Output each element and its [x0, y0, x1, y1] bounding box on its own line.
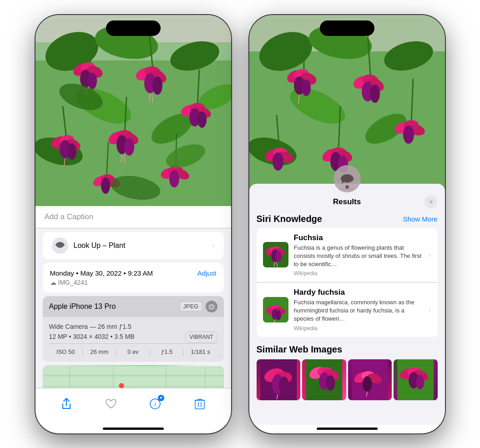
- svg-point-115: [403, 126, 414, 144]
- photo-date: Monday • May 30, 2022 • 9:23 AM: [50, 269, 153, 277]
- meta-section: Monday • May 30, 2022 • 9:23 AM Adjust ☁…: [43, 263, 224, 292]
- right-screen: Results × Siri Knowledge Show More: [249, 15, 445, 433]
- svg-point-23: [152, 76, 162, 95]
- lookup-chevron: ›: [212, 242, 215, 249]
- svg-point-51: [101, 177, 110, 194]
- hardy-thumbnail: [263, 297, 288, 322]
- home-indicator: [103, 428, 164, 430]
- svg-rect-69: [165, 366, 167, 388]
- camera-icon-circle: [206, 301, 217, 312]
- svg-point-15: [88, 73, 97, 89]
- siri-knowledge-section: Siri Knowledge Show More: [249, 214, 445, 337]
- right-dynamic-island: [320, 20, 374, 36]
- svg-point-135: [279, 377, 289, 395]
- camera-resolution: 12 MP • 3024 × 4032 • 3.5 MB VIBRANT: [49, 332, 217, 342]
- fuchsia-chevron: ›: [429, 251, 431, 258]
- caption-area[interactable]: Add a Caption: [35, 206, 231, 228]
- right-phone: Results × Siri Knowledge Show More: [249, 15, 445, 433]
- svg-rect-68: [112, 366, 114, 388]
- favorite-button[interactable]: [101, 394, 121, 414]
- spec-shutter: 1/181 s: [184, 347, 217, 357]
- siri-knowledge-title: Siri Knowledge: [257, 214, 322, 224]
- results-panel: Results × Siri Knowledge Show More: [249, 184, 445, 425]
- similar-img-1[interactable]: [257, 359, 301, 400]
- hardy-source: Wikipedia: [294, 325, 424, 332]
- results-photo-area: Results × Siri Knowledge Show More: [249, 15, 445, 425]
- fuchsia-name: Fuchsia: [294, 233, 424, 242]
- left-phone: Add a Caption Look Up – Plant › Monday: [35, 15, 231, 433]
- svg-point-60: [210, 305, 213, 309]
- spec-aperture: ƒ1.5: [150, 347, 184, 357]
- bottom-toolbar: i ✦: [35, 388, 231, 425]
- camera-lens: Wide Camera — 26 mm ƒ1.5: [49, 322, 217, 332]
- lookup-icon: [52, 237, 68, 254]
- similar-title: Similar Web Images: [257, 344, 438, 355]
- flower-photo-area[interactable]: [35, 15, 231, 206]
- svg-point-147: [363, 376, 372, 392]
- camera-info: Apple iPhone 13 Pro JPEG Wide C: [43, 296, 224, 362]
- svg-rect-67: [69, 366, 70, 388]
- similar-img-3[interactable]: [348, 359, 392, 400]
- knowledge-item-hardy[interactable]: Hardy fuchsia Fuchsia magellanica, commo…: [257, 282, 438, 337]
- hardy-text: Hardy fuchsia Fuchsia magellanica, commo…: [294, 288, 424, 332]
- lookup-row[interactable]: Look Up – Plant ›: [43, 232, 224, 259]
- show-more-button[interactable]: Show More: [403, 215, 438, 223]
- fuchsia-desc: Fuchsia is a genus of flowering plants t…: [294, 244, 424, 269]
- close-button[interactable]: ×: [424, 196, 437, 208]
- svg-point-104: [273, 152, 283, 171]
- info-panel: Add a Caption Look Up – Plant › Monday: [35, 206, 231, 388]
- hardy-chevron: ›: [429, 306, 431, 313]
- knowledge-card: Fuchsia Fuchsia is a genus of flowering …: [257, 228, 438, 337]
- caption-placeholder[interactable]: Add a Caption: [45, 212, 94, 221]
- left-screen: Add a Caption Look Up – Plant › Monday: [35, 15, 231, 433]
- siri-visual-indicator: [333, 165, 361, 192]
- results-header: Results ×: [249, 190, 445, 214]
- fuchsia-thumbnail: [263, 242, 288, 267]
- vibrant-badge: VIBRANT: [185, 332, 217, 343]
- section-header: Siri Knowledge Show More: [257, 214, 438, 224]
- spec-focal: 26 mm: [83, 347, 116, 357]
- results-title: Results: [333, 197, 361, 206]
- meta-filename: ☁ IMG_4241: [50, 279, 217, 286]
- similar-img-4[interactable]: [394, 359, 438, 400]
- delete-button[interactable]: [190, 394, 210, 414]
- svg-point-142: [326, 375, 335, 391]
- camera-name: Apple iPhone 13 Pro: [49, 302, 116, 311]
- flower-photo: [35, 15, 231, 206]
- format-badge: JPEG: [180, 302, 202, 311]
- dynamic-island: [106, 20, 161, 36]
- fuchsia-text: Fuchsia Fuchsia is a genus of flowering …: [294, 233, 424, 277]
- similar-img-2[interactable]: [302, 359, 346, 400]
- svg-point-129: [276, 310, 281, 320]
- camera-details: Wide Camera — 26 mm ƒ1.5 12 MP • 3024 × …: [43, 317, 224, 362]
- info-button[interactable]: i ✦: [145, 394, 165, 414]
- share-button[interactable]: [56, 394, 76, 414]
- specs-row: ISO 50 26 mm 0 ev ƒ1.5 1/181 s: [49, 343, 217, 357]
- similar-section: Similar Web Images: [249, 337, 445, 400]
- svg-point-99: [370, 85, 380, 103]
- map-thumbnail[interactable]: [43, 365, 224, 388]
- hardy-name: Hardy fuchsia: [294, 288, 424, 297]
- knowledge-item-fuchsia[interactable]: Fuchsia Fuchsia is a genus of flowering …: [257, 228, 438, 282]
- fuchsia-source: Wikipedia: [294, 270, 424, 277]
- svg-point-46: [197, 111, 207, 128]
- right-home-indicator: [317, 428, 378, 430]
- svg-point-38: [124, 138, 134, 156]
- svg-point-92: [302, 80, 311, 96]
- siri-dot: [345, 185, 349, 189]
- hardy-desc: Fuchsia magellanica, commonly known as t…: [294, 298, 424, 323]
- svg-rect-70: [204, 366, 206, 388]
- camera-badges: JPEG: [180, 301, 217, 312]
- cloud-icon: ☁: [50, 279, 56, 286]
- similar-images-row: [257, 359, 438, 400]
- adjust-button[interactable]: Adjust: [197, 269, 217, 277]
- spec-iso: ISO 50: [49, 347, 83, 357]
- svg-point-31: [67, 143, 76, 160]
- svg-rect-75: [195, 400, 204, 409]
- camera-header: Apple iPhone 13 Pro JPEG: [43, 296, 224, 317]
- info-badge: ✦: [158, 395, 164, 401]
- svg-point-154: [416, 375, 424, 389]
- lookup-label: Look Up – Plant: [74, 242, 207, 250]
- meta-date-row: Monday • May 30, 2022 • 9:23 AM Adjust: [50, 269, 217, 277]
- svg-point-56: [169, 170, 179, 187]
